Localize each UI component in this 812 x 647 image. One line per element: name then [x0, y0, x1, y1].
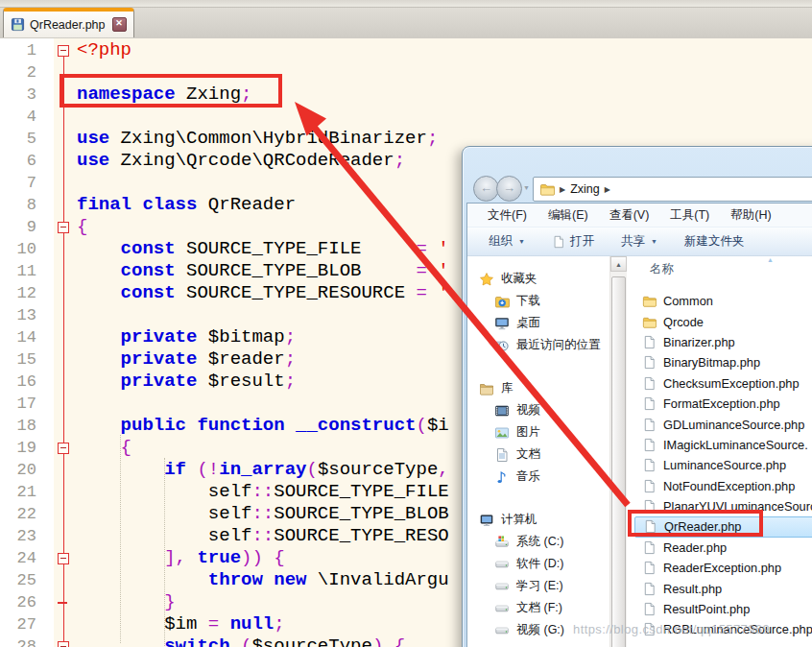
- code-text: self::SOURCE_TYPE_BLOB: [77, 503, 449, 525]
- forward-button[interactable]: →: [496, 176, 522, 202]
- toolbar-item-label: 组织: [489, 233, 513, 250]
- explorer-body: 文件(F)编辑(E)查看(V)工具(T)帮助(H) 组织 ▼ 打开 共享 ▼ 新…: [466, 203, 812, 647]
- nav-item[interactable]: 最近访问的位置: [467, 334, 609, 356]
- folder-icon: [642, 315, 657, 329]
- fold-collapse-icon[interactable]: [58, 443, 69, 454]
- nav-item[interactable]: 学习 (E:): [467, 575, 609, 597]
- code-text: private $bitmap;: [77, 326, 296, 348]
- drive-icon: [494, 601, 510, 616]
- fold-cell: [44, 172, 77, 194]
- music-icon: [494, 469, 510, 485]
- tab-label: QrReader.php: [30, 18, 106, 32]
- file-row[interactable]: LuminanceSource.php: [634, 455, 812, 475]
- scrollbar-thumb[interactable]: [611, 276, 626, 647]
- toolbar-item[interactable]: 共享 ▼: [609, 233, 669, 250]
- file-icon: [642, 540, 657, 555]
- nav-item-label: 文档: [516, 446, 540, 463]
- nav-item[interactable]: 下载: [467, 290, 609, 312]
- file-name: LuminanceSource.php: [663, 458, 786, 472]
- file-row[interactable]: ChecksumException.php: [634, 373, 812, 394]
- nav-item[interactable]: 文档: [467, 443, 609, 466]
- scrollbar-up-icon[interactable]: ▲: [610, 256, 627, 272]
- menu-item[interactable]: 工具(T): [659, 207, 720, 224]
- line-number: 7: [0, 172, 44, 194]
- menu-item[interactable]: 帮助(H): [720, 207, 781, 224]
- file-row[interactable]: Reader.php: [634, 538, 812, 558]
- breadcrumb-zxing[interactable]: Zxing: [570, 182, 600, 196]
- back-button[interactable]: ←: [473, 176, 499, 202]
- file-row[interactable]: GDLuminanceSource.php: [634, 414, 812, 434]
- toolbar-item[interactable]: 打开: [540, 233, 606, 250]
- dropdown-caret-icon: ▼: [651, 238, 657, 245]
- fold-collapse-icon[interactable]: [58, 45, 69, 57]
- annotation-box-qrreader-file: [628, 510, 763, 537]
- fold-cell: [44, 459, 77, 481]
- line-number: 5: [0, 128, 44, 150]
- file-row[interactable]: Qrcode: [634, 311, 812, 331]
- folder-icon: [539, 181, 555, 197]
- line-number: 17: [0, 393, 44, 415]
- annotation-box-namespace: [60, 74, 282, 108]
- file-row[interactable]: ResultPoint.php: [634, 599, 812, 619]
- menu-item[interactable]: 查看(V): [599, 207, 660, 224]
- nav-item[interactable]: 视频: [467, 399, 609, 421]
- line-number: 8: [0, 194, 44, 216]
- fold-collapse-icon[interactable]: [58, 641, 69, 647]
- line-number: 10: [0, 238, 44, 260]
- nav-group-star[interactable]: 收藏夹: [467, 268, 609, 290]
- nav-item-label: 视频 (G:): [516, 622, 564, 638]
- nav-group-gap: [467, 488, 609, 509]
- explorer-titlebar[interactable]: [463, 147, 812, 176]
- file-icon: [642, 335, 657, 349]
- screen: QrReader.php ✕ 1 <?php 2 3 namespace Zxi…: [0, 0, 812, 647]
- line-number: 22: [0, 503, 44, 525]
- drive-icon: [494, 557, 510, 572]
- fold-cell: [44, 393, 77, 415]
- address-bar[interactable]: ▶ Zxing ▶: [533, 177, 812, 202]
- nav-item[interactable]: 系统 (C:): [467, 531, 609, 553]
- file-row[interactable]: Result.php: [634, 578, 812, 598]
- nav-pane-scrollbar[interactable]: ▲: [609, 256, 627, 647]
- fold-collapse-icon[interactable]: [58, 553, 69, 564]
- menu-item[interactable]: 文件(F): [477, 207, 537, 224]
- file-icon: [642, 582, 657, 596]
- code-text: const SOURCE_TYPE_RESOURCE = ': [77, 282, 449, 304]
- nav-item[interactable]: 图片: [467, 421, 609, 443]
- toolbar-item-label: 共享: [621, 233, 645, 250]
- nav-group-computer[interactable]: 计算机: [467, 509, 609, 531]
- file-row[interactable]: Common: [634, 291, 812, 311]
- file-row[interactable]: Binarizer.php: [634, 332, 812, 352]
- file-row[interactable]: NotFoundException.php: [634, 476, 812, 496]
- nav-item[interactable]: 桌面: [467, 312, 609, 334]
- file-name: ReaderException.php: [663, 561, 781, 575]
- breadcrumb-arrow-icon: ▶: [605, 185, 610, 194]
- nav-item[interactable]: 软件 (D:): [467, 553, 609, 575]
- file-name: ResultPoint.php: [663, 602, 750, 616]
- line-number: 14: [0, 326, 44, 348]
- nav-group-gap: [467, 356, 609, 377]
- column-header-name[interactable]: ▲ 名称: [634, 256, 812, 277]
- line-number: 19: [0, 437, 44, 459]
- file-row[interactable]: FormatException.php: [634, 394, 812, 414]
- toolbar-item[interactable]: 组织 ▼: [477, 233, 537, 250]
- doc-icon: [494, 447, 510, 463]
- fold-cell: [44, 525, 77, 547]
- tab-qrreader[interactable]: QrReader.php ✕: [3, 8, 134, 37]
- file-row[interactable]: IMagickLuminanceSource.: [634, 435, 812, 455]
- nav-group-label: 计算机: [501, 512, 537, 528]
- fold-collapse-icon[interactable]: [58, 222, 69, 233]
- tab-close-icon[interactable]: ✕: [112, 17, 127, 32]
- history-dropdown-icon[interactable]: ▼: [523, 184, 530, 191]
- file-name: Result.php: [663, 582, 722, 596]
- nav-group-library[interactable]: 库: [467, 377, 609, 399]
- file-row[interactable]: ReaderException.php: [634, 558, 812, 578]
- fold-cell: [44, 371, 77, 393]
- nav-item[interactable]: 文档 (F:): [467, 597, 609, 619]
- file-row[interactable]: BinaryBitmap.php: [634, 352, 812, 372]
- menu-item[interactable]: 编辑(E): [537, 207, 599, 224]
- fold-cell: [44, 415, 77, 437]
- toolbar-item[interactable]: 新建文件夹: [673, 233, 756, 250]
- file-name: Reader.php: [663, 540, 727, 555]
- nav-item[interactable]: 音乐: [467, 466, 609, 488]
- fold-cell: [44, 238, 77, 260]
